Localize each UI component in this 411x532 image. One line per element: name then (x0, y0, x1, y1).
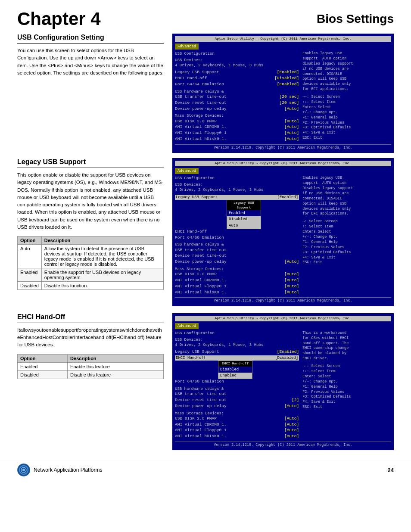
bios-devices-value-3: 4 Drives, 2 Keyboards, 1 Mouse, 3 Hubs (175, 342, 299, 348)
bios-row-reset-3: Device reset time-out [2] (175, 398, 299, 403)
bios-row-disk: USB DISK 2.0 PMAP [Auto] (175, 119, 299, 124)
bios-row-legacy-2-highlight: Legacy USB Support [Enabled] (175, 195, 299, 200)
bios-body-2: USB Configuration USB Devices: 4 Drives,… (175, 176, 391, 296)
bios-footer-1: Version 2.14.1219. Copyright (C) 2011 Am… (175, 144, 391, 150)
bios-title-3: Aptio Setup Utility - Copyright (C) 2011… (175, 316, 391, 321)
bios-cdrom-label-3: AMI Virtual CDROM0 1. (175, 422, 227, 428)
ehci-desc-disabled: Disable this feature (68, 370, 164, 379)
bios-cdrom-label: AMI Virtual CDROM0 1. (175, 124, 227, 130)
bios-powerup-label-3: Device power-up delay (175, 404, 227, 409)
legacy-usb-left: Legacy USB Support This option enable or… (17, 158, 164, 306)
bios-row-port-3: Port 64/60 Emulation (175, 379, 299, 385)
bios-cdrom-value-2: [Auto] (284, 278, 299, 283)
bios-reset-label-2: Device reset time-out (175, 253, 227, 259)
page-number: 24 (388, 467, 394, 473)
bios-port-label-2: Port 64/60 Emulation (175, 235, 224, 241)
bios-title-1: Aptio Setup Utility - Copyright (C) 2011… (175, 36, 391, 42)
bios-devices-label-3: USB Devices: (175, 337, 299, 342)
ehci-left: EHCI Hand-Off Itallowsyoutoenablesupport… (17, 313, 164, 451)
bios-dropdown-item-ehci-disabled: Disabled (218, 367, 252, 373)
bios-row-cdrom-2: AMI Virtual CDROM0 1. [Auto] (175, 278, 299, 283)
bios-cdrom-label-2: AMI Virtual CDROM0 1. (175, 278, 227, 283)
bios-row-hdisk-2: AMI Virtual hDisK0 1. [Auto] (175, 290, 299, 296)
svg-point-3 (22, 469, 25, 471)
legacy-usb-bios-panel2: Aptio Setup Utility - Copyright (C) 2011… (172, 158, 394, 306)
bios-row-hdisk-3: AMI Virtual hDIsK0 1. [Auto] (175, 434, 299, 439)
bios-body-3: USB Configuration USB Devices: 4 Drives,… (175, 331, 391, 440)
bios-row-transfer: USB transfer time-out [20 sec] (175, 94, 299, 100)
bios-row-disk-2: USB DISK 2.0 PMAP [Auto] (175, 272, 299, 277)
bios-devices-value-2: 4 Drives, 2 Keyboards, 1 Mouse, 3 Hubs (175, 187, 299, 193)
ehci-bios-panel3: Aptio Setup Utility - Copyright (C) 2011… (172, 313, 394, 451)
table-row: Enabled Enable the support for USB devic… (18, 268, 164, 282)
bios-hdisk-label: AMI Virtual hDisk0 1. (175, 137, 227, 142)
bios-left-1: USB Configuration USB Devices: 4 Drives,… (175, 51, 299, 143)
bios-keys-2: →: Select Screen ↑: Select Item Enters S… (302, 219, 391, 265)
bios-devices-label-2: USB Devices: (175, 182, 299, 187)
brand-name: Network Application Platforms (34, 467, 102, 473)
bios-floppy-label: AMI Virtual Floppy0 1 (175, 131, 227, 136)
bios-row-floppy: AMI Virtual Floppy0 1 [Auto] (175, 131, 299, 136)
table-row: Disabled Disable this function. (18, 282, 164, 290)
table-row: Auto Allow the system to detect the pres… (18, 245, 164, 268)
bios-right-1: Enables legacy USBsupport. AUTO optiondi… (302, 51, 391, 143)
bios-tab-3: Advanced (175, 323, 199, 329)
bios-footer-2: Version 2.14.1219. Copyright (C) 2011 Am… (175, 297, 391, 303)
usb-config-heading: USB Configuration Setting (17, 34, 164, 44)
bios-help-1: Enables legacy USBsupport. AUTO optiondi… (302, 51, 391, 92)
bios-row-cdrom: AMI Virtual CDROM0 1. [Auto] (175, 124, 299, 130)
bios-port-label-3: Port 64/60 Emulation (175, 379, 224, 385)
bios-row-ehci-3-highlight: EHCI Hand-off [Disabled] (175, 355, 299, 361)
bios-legacy-label: Legacy USB Support (175, 70, 219, 75)
bios-ehci-value: [Disabled] (274, 76, 299, 81)
bios-footer-3: Version 2.14.1219. Copyright (C) 2011 Am… (175, 442, 391, 448)
page-header: Chapter 4 Bios Settings (0, 0, 411, 34)
bios-row-floppy-3: AMI Virtual Floppy0 1 [Auto] (175, 428, 299, 433)
bios-dropdown-item-disabled: Disabled (227, 216, 261, 222)
bios-powerup-label-2: Device power-up delay (175, 259, 227, 265)
bios-powerup-value-2: [Auto] (284, 259, 299, 265)
bios-row-transfer-3: USB transfer time-out (175, 392, 299, 397)
bios-hdisk-value-2: [Auto] (284, 290, 299, 296)
bios-transfer-value: [20 sec] (280, 94, 299, 100)
table-row: Disabled Disable this feature (18, 370, 164, 379)
section-title: Bios Settings (317, 9, 394, 26)
bios-hw-label-2: USB hardware delays & (175, 242, 299, 247)
desc-enabled: Enable the support for USB devices on le… (41, 268, 163, 282)
bios-ehci-value-3: [Disabled] (275, 355, 298, 361)
option-enabled: Enabled (18, 268, 42, 282)
ehci-body: Itallowsyoutoenablesupportforoperatingsy… (17, 327, 164, 349)
bios-disk-label-2: USB DISK 2.0 PMAP (175, 272, 217, 277)
desc-auto: Allow the system to detect the presence … (41, 245, 163, 268)
bios-ehci-label-3: EHCI Hand-off (176, 355, 206, 361)
bios-port-label: Port 64/64 Emulation (175, 82, 224, 87)
bios-transfer-label: USB transfer time-out (175, 94, 227, 100)
bios-dropdown-item-auto: Auto (227, 223, 261, 229)
bios-row-legacy: Legacy USB Support [Enabled] (175, 70, 299, 75)
bios-devices-value: 4 Drives, 2 Keyboards, 1 Mouse, 3 Hubs (175, 63, 299, 68)
bios-left-2: USB Configuration USB Devices: 4 Drives,… (175, 176, 299, 296)
bios-help-2: Enables legacy USBsupport. AUTO optionDi… (302, 176, 391, 217)
table-header-description: Description (41, 236, 163, 245)
bios-right-3: This is a workaroundfor OSes without EHC… (302, 331, 391, 440)
bios-panel-3: Aptio Setup Utility - Copyright (C) 2011… (172, 313, 394, 451)
bios-reset-value: [20 sec] (280, 100, 299, 106)
bios-floppy-value-2: [Auto] (284, 284, 299, 289)
bios-disk-label: USB DISK 2.0 PMAP (175, 119, 217, 124)
bios-powerup-label: Device power-up delay (175, 106, 227, 112)
table-header-option: Option (18, 236, 42, 245)
bios-usb-config-label-2: USB Configuration (175, 176, 299, 181)
bios-legacy-label-2: Legacy USB Support (176, 195, 218, 200)
bios-ehci-label: EHCI Hand-off (175, 76, 207, 81)
ehci-table-header-option: Option (18, 354, 68, 362)
bios-powerup-value-3: [Auto] (284, 404, 299, 409)
bios-disk-value-2: [Auto] (284, 272, 299, 277)
bios-keys-3: →←: Select Screen ↑↓: select Item Enter:… (302, 364, 391, 410)
bios-usb-config-label: USB Configuration (175, 51, 299, 56)
usb-config-body: You can use this screen to select option… (17, 47, 164, 77)
usb-config-left: USB Configuration Setting You can use th… (17, 34, 164, 153)
bios-legacy-value-3: [Enabled] (277, 349, 299, 355)
bios-left-3: USB Configuration USB Devices: 4 Drives,… (175, 331, 299, 440)
bios-mass-label: Mass Storage Devices: (175, 113, 299, 118)
bios-transfer-label-3: USB transfer time-out (175, 392, 227, 397)
